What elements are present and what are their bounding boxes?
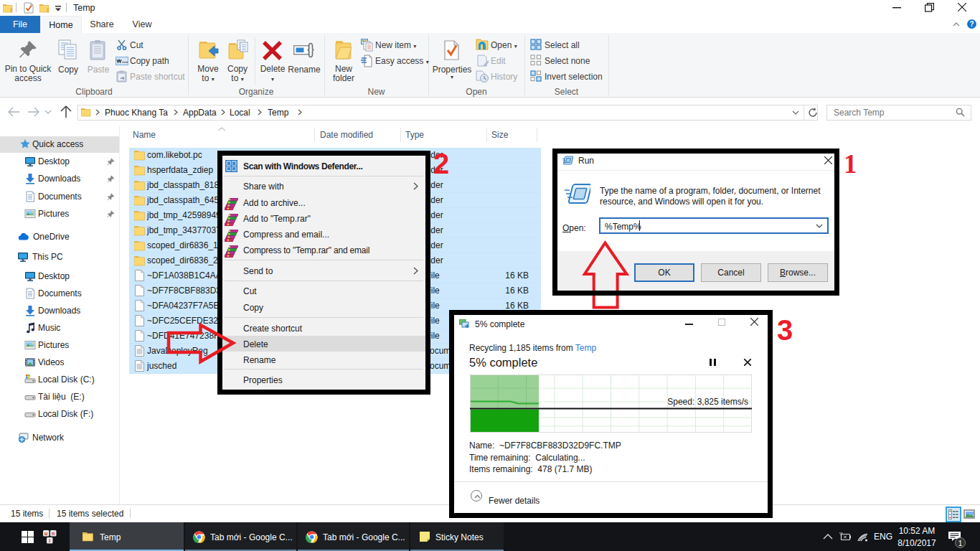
svg-text:i: i: [49, 538, 50, 543]
svg-text:n: n: [52, 531, 55, 536]
svg-text:u: u: [44, 531, 47, 536]
